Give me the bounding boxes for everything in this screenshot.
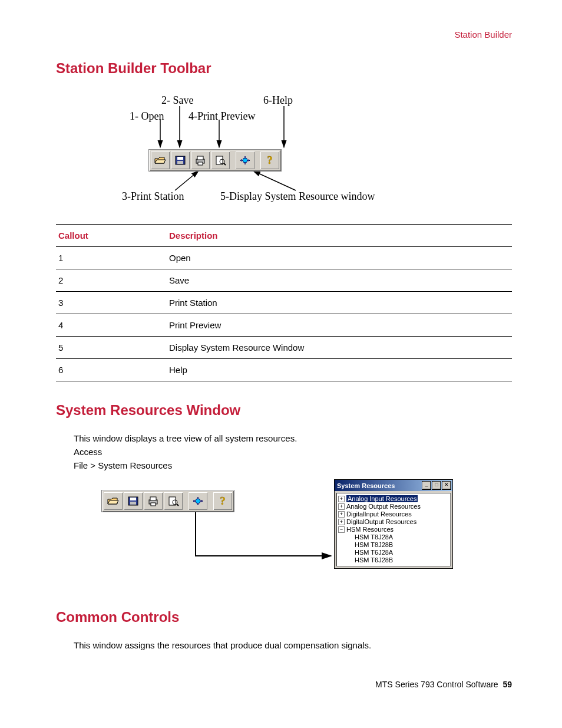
system-resources-window: System Resources _ □ × +Analog Input Res… (334, 479, 453, 569)
tree-item[interactable]: Analog Output Resources (346, 503, 421, 510)
callout-table: Callout Description 1Open 2Save 3Print S… (56, 224, 512, 381)
print-station-button[interactable] (190, 151, 210, 170)
access-label: Access (74, 447, 512, 457)
toolbar-diagram: 1- Open 2- Save 3-Print Station 4-Print … (119, 91, 449, 209)
diagram-label-3-print-station: 3-Print Station (122, 190, 184, 203)
page-footer: MTS Series 793 Control Software 59 (56, 680, 512, 689)
close-button[interactable]: × (442, 481, 451, 490)
sysres-description: This window displays a tree view of all … (74, 433, 512, 443)
diagram-label-6-help: 6-Help (263, 94, 293, 107)
floppy-disk-icon (127, 496, 139, 506)
print-preview-button[interactable] (163, 492, 183, 510)
toolbar: ? (148, 149, 282, 172)
system-resource-button[interactable] (188, 492, 208, 510)
printer-icon (194, 155, 206, 166)
tree-item[interactable]: HSM T6J28A (355, 549, 393, 556)
tree-item[interactable]: HSM T8J28B (355, 541, 393, 548)
maximize-button[interactable]: □ (432, 481, 441, 490)
printer-icon (147, 496, 159, 506)
window-titlebar[interactable]: System Resources _ □ × (335, 480, 452, 491)
svg-rect-22 (151, 503, 156, 506)
diagram-label-4-print-preview: 4-Print Preview (189, 110, 255, 123)
page-number: 59 (503, 680, 512, 689)
tree-item[interactable]: HSM T8J28A (355, 533, 393, 541)
tree-item[interactable]: DigitalOutput Resources (346, 518, 416, 525)
svg-rect-8 (177, 161, 183, 164)
svg-rect-18 (130, 498, 136, 500)
svg-rect-23 (169, 497, 176, 505)
print-preview-button[interactable] (210, 151, 230, 170)
tree-item[interactable]: HSM Resources (346, 526, 394, 533)
help-icon: ? (264, 155, 276, 166)
svg-line-5 (253, 171, 296, 190)
help-button[interactable]: ? (213, 492, 233, 510)
print-preview-icon (214, 155, 226, 166)
table-row: 6Help (56, 359, 512, 381)
svg-point-26 (196, 499, 200, 503)
floppy-disk-icon (174, 155, 186, 166)
help-icon: ? (217, 496, 229, 506)
section-title-common-controls: Common Controls (56, 609, 512, 625)
table-header-description: Description (167, 225, 512, 247)
open-button[interactable] (103, 492, 123, 510)
svg-line-4 (175, 171, 199, 190)
expand-icon[interactable]: + (338, 496, 345, 502)
table-row: 3Print Station (56, 292, 512, 314)
expand-icon[interactable]: + (338, 503, 345, 510)
save-button[interactable] (170, 151, 190, 170)
table-header-callout: Callout (56, 225, 167, 247)
resource-tree[interactable]: +Analog Input Resources +Analog Output R… (336, 493, 451, 566)
svg-rect-10 (197, 156, 203, 160)
help-button[interactable]: ? (260, 151, 280, 170)
system-resource-icon (192, 496, 204, 506)
footer-text: MTS Series 793 Control Software (375, 680, 498, 689)
toolbar-small: ? (101, 490, 234, 512)
expand-icon[interactable]: + (338, 519, 345, 525)
sysres-diagram: ? System Resources _ □ × +Analog Input R… (95, 479, 472, 591)
diagram-label-5-sysres: 5-Display System Resource window (220, 190, 375, 203)
minimize-button[interactable]: _ (422, 481, 431, 490)
diagram-label-1-open: 1- Open (130, 110, 164, 123)
svg-line-25 (177, 504, 178, 506)
collapse-icon[interactable]: − (338, 526, 345, 533)
table-row: 1Open (56, 247, 512, 269)
open-folder-icon (154, 155, 166, 166)
open-folder-icon (107, 496, 119, 506)
system-resource-icon (239, 155, 251, 166)
print-station-button[interactable] (143, 492, 163, 510)
svg-line-14 (224, 163, 226, 165)
svg-text:?: ? (267, 155, 273, 166)
save-button[interactable] (123, 492, 143, 510)
svg-rect-7 (177, 157, 183, 160)
diagram-label-2-save: 2- Save (161, 94, 193, 107)
header-section-label: Station Builder (56, 29, 512, 39)
tree-item[interactable]: DigitalInput Resources (346, 510, 412, 518)
svg-rect-11 (198, 162, 203, 165)
system-resource-button[interactable] (235, 151, 255, 170)
section-title-sysres: System Resources Window (56, 402, 512, 419)
table-row: 5Display System Resource Window (56, 337, 512, 359)
expand-icon[interactable]: + (338, 511, 345, 518)
window-title: System Resources (337, 482, 395, 489)
table-row: 2Save (56, 269, 512, 292)
table-row: 4Print Preview (56, 314, 512, 337)
tree-item[interactable]: Analog Input Resources (346, 495, 418, 502)
svg-rect-21 (150, 497, 156, 500)
svg-point-15 (243, 158, 247, 163)
common-controls-description: This window assigns the resources that p… (74, 640, 512, 650)
section-title-toolbar: Station Builder Toolbar (56, 60, 512, 77)
svg-rect-19 (130, 502, 136, 505)
svg-rect-12 (216, 156, 223, 164)
access-path: File > System Resources (74, 460, 512, 470)
open-button[interactable] (150, 151, 170, 170)
svg-text:?: ? (220, 496, 226, 506)
tree-item[interactable]: HSM T6J28B (355, 556, 393, 564)
print-preview-icon (167, 496, 179, 506)
